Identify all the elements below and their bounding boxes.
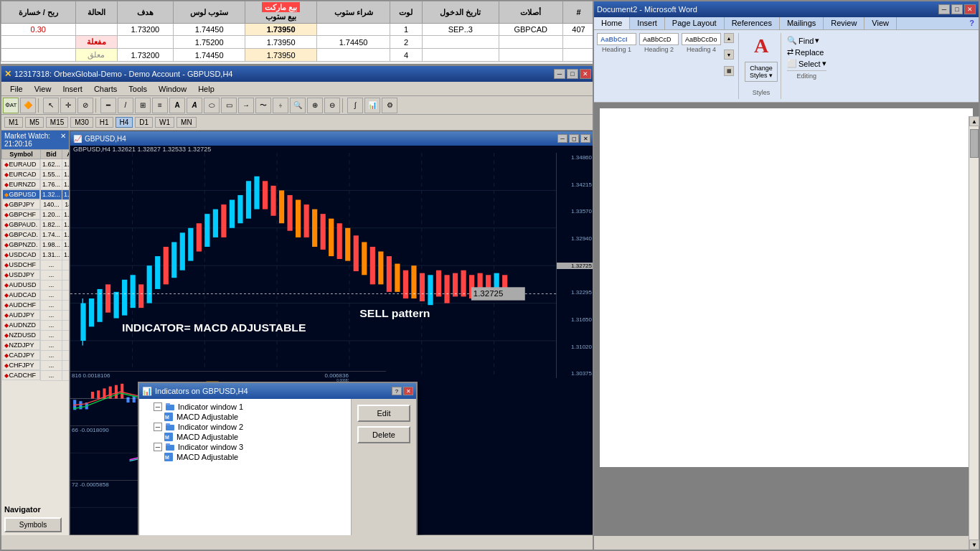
tree-macd1[interactable]: M MACD Adjustable: [142, 412, 348, 422]
tf-h1[interactable]: H1: [95, 117, 113, 128]
mw-symbol-cell[interactable]: ◆ GBPCHF: [2, 209, 41, 220]
word-tab-home[interactable]: Home: [594, 17, 630, 29]
mw-symbol-cell[interactable]: ◆ CADCHF: [2, 370, 41, 380]
toolbar-chart-icon[interactable]: 📊: [364, 98, 380, 113]
toolbar-settings-icon[interactable]: ⚙: [382, 98, 397, 113]
mw-symbol-cell[interactable]: ◆ CHFJPY: [2, 360, 41, 370]
market-watch-close[interactable]: ✕: [60, 132, 66, 148]
mw-symbol-cell[interactable]: ◆ AUDCAD: [2, 290, 41, 300]
chart-minimize-btn[interactable]: ─: [557, 134, 567, 143]
tf-d1[interactable]: D1: [135, 117, 153, 128]
dialog-close-btn[interactable]: ✕: [403, 387, 413, 395]
tf-m5[interactable]: M5: [25, 117, 44, 128]
toolbar-period-icon[interactable]: ∫: [347, 98, 363, 113]
dialog-controls[interactable]: ? ✕: [392, 387, 413, 395]
tf-w1[interactable]: W1: [155, 117, 174, 128]
mw-symbol-cell[interactable]: ◆ EURCAD: [2, 169, 41, 179]
styles-scroll-up[interactable]: ▲: [724, 33, 734, 43]
autotrading-icon[interactable]: ⚙AT: [3, 98, 19, 113]
toolbar-cursor-icon[interactable]: ↖: [43, 98, 59, 113]
mw-symbol-cell[interactable]: ◆ AUDCHF: [2, 300, 41, 310]
mw-symbol-cell[interactable]: ◆ USDCAD: [2, 250, 41, 260]
word-tab-mailings[interactable]: Mailings: [780, 17, 824, 29]
tree-expand-2[interactable]: ─: [154, 423, 162, 431]
word-help-btn[interactable]: ?: [965, 17, 979, 29]
toolbar-icon-1[interactable]: 🔶: [20, 98, 36, 113]
toolbar-mag-icon[interactable]: 🔍: [290, 98, 306, 113]
symbols-button[interactable]: Symbols: [4, 517, 62, 532]
scrollbar-track[interactable]: [969, 126, 979, 540]
word-tab-pagelayout[interactable]: Page Layout: [665, 17, 725, 29]
word-tab-review[interactable]: Review: [824, 17, 864, 29]
menu-help[interactable]: Help: [192, 83, 220, 95]
mw-symbol-cell[interactable]: ◆ AUDNZD: [2, 320, 41, 330]
heading4-style-btn[interactable]: AaBbCcDo: [682, 33, 721, 45]
toolbar-tline-icon[interactable]: /: [118, 98, 133, 113]
word-maximize-btn[interactable]: □: [951, 4, 963, 14]
tree-expand-3[interactable]: ─: [154, 443, 162, 451]
delete-button[interactable]: Delete: [357, 426, 410, 443]
mw-symbol-cell[interactable]: ◆ CADJPY: [2, 350, 41, 360]
word-tab-references[interactable]: References: [725, 17, 780, 29]
menu-file[interactable]: File: [4, 83, 29, 95]
toolbar-wave-icon[interactable]: 〜: [255, 98, 271, 113]
toolbar-arrow-icon[interactable]: →: [238, 98, 254, 113]
styles-scroll-dn[interactable]: ▼: [724, 50, 734, 60]
mw-symbol-cell[interactable]: ◆ GBPCAD.: [2, 230, 41, 240]
dialog-help-btn[interactable]: ?: [392, 387, 402, 395]
toolbar-ellipse-icon[interactable]: ⬭: [204, 98, 220, 113]
tree-macd2[interactable]: M MACD Adjustable: [142, 432, 348, 442]
toolbar-A-icon[interactable]: A: [169, 98, 185, 113]
tree-macd3[interactable]: M MACD Adjustable: [142, 452, 348, 462]
mw-symbol-cell[interactable]: ◆ EURAUD: [2, 159, 41, 169]
tf-m30[interactable]: M30: [70, 117, 93, 128]
mw-symbol-cell[interactable]: ◆ GBPAUD.: [2, 220, 41, 230]
toolbar-fib-icon[interactable]: ⊞: [135, 98, 151, 113]
scrollbar-up-btn[interactable]: ▲: [969, 116, 979, 126]
tf-m1[interactable]: M1: [4, 117, 23, 128]
menu-insert[interactable]: Insert: [57, 83, 88, 95]
mt4-titlebar-controls[interactable]: ─ □ ✕: [554, 69, 591, 79]
replace-btn[interactable]: ⇄ Replace: [787, 47, 826, 57]
toolbar-A2-icon[interactable]: A: [187, 98, 202, 113]
menu-window[interactable]: Window: [153, 83, 192, 95]
word-tab-view[interactable]: View: [864, 17, 897, 29]
menu-charts[interactable]: Charts: [88, 83, 123, 95]
word-close-btn[interactable]: ✕: [964, 4, 976, 14]
tree-window3[interactable]: ─ Indicator window 3: [142, 442, 348, 452]
chart-close-btn[interactable]: ✕: [580, 134, 590, 143]
scrollbar-thumb[interactable]: [970, 129, 979, 158]
word-titlebar-controls[interactable]: ─ □ ✕: [938, 4, 976, 14]
change-styles-btn[interactable]: Change Styles ▾: [745, 62, 778, 82]
mw-symbol-cell[interactable]: ◆ USDCHF: [2, 260, 41, 270]
mw-symbol-cell[interactable]: ◆ NZDUSD: [2, 330, 41, 340]
toolbar-crosshair-icon[interactable]: ✛: [60, 98, 76, 113]
find-btn[interactable]: 🔍 Find ▾: [787, 36, 826, 45]
mt4-minimize-btn[interactable]: ─: [554, 69, 565, 79]
mw-symbol-cell[interactable]: ◆ GBPNZD.: [2, 240, 41, 250]
toolbar-rect-icon[interactable]: ▭: [221, 98, 237, 113]
word-scrollbar[interactable]: ▲ ▼: [969, 116, 979, 550]
menu-tools[interactable]: Tools: [123, 83, 153, 95]
mw-symbol-cell[interactable]: ◆ EURNZD: [2, 179, 41, 189]
toolbar-zoomin-icon[interactable]: ⊕: [307, 98, 323, 113]
edit-button[interactable]: Edit: [357, 405, 410, 422]
mw-symbol-cell[interactable]: ◆ NZDJPY: [2, 340, 41, 350]
mt4-maximize-btn[interactable]: □: [567, 69, 578, 79]
mt4-close-btn[interactable]: ✕: [580, 69, 591, 79]
mw-symbol-cell[interactable]: ◆ GBPJPY: [2, 199, 41, 209]
chart-titlebar-controls[interactable]: ─ ◻ ✕: [557, 134, 590, 143]
scrollbar-dn-btn[interactable]: ▼: [969, 540, 979, 550]
heading1-style-btn[interactable]: AaBbCcI: [597, 33, 636, 45]
toolbar-line-icon[interactable]: ━: [100, 98, 116, 113]
tree-expand-1[interactable]: ─: [154, 402, 162, 411]
toolbar-zoomout-icon[interactable]: ⊖: [324, 98, 340, 113]
menu-view[interactable]: View: [29, 83, 57, 95]
tf-mn[interactable]: MN: [176, 117, 197, 128]
tree-window2[interactable]: ─ Indicator window 2: [142, 422, 348, 432]
select-btn[interactable]: ⬜ Select ▾: [787, 59, 826, 68]
mw-symbol-cell[interactable]: ◆ USDJPY: [2, 270, 41, 280]
mw-symbol-cell[interactable]: ◆ AUDJPY: [2, 310, 41, 320]
heading2-style-btn[interactable]: AaBbCcD: [639, 33, 679, 45]
toolbar-fib2-icon[interactable]: ⍭: [273, 98, 288, 113]
